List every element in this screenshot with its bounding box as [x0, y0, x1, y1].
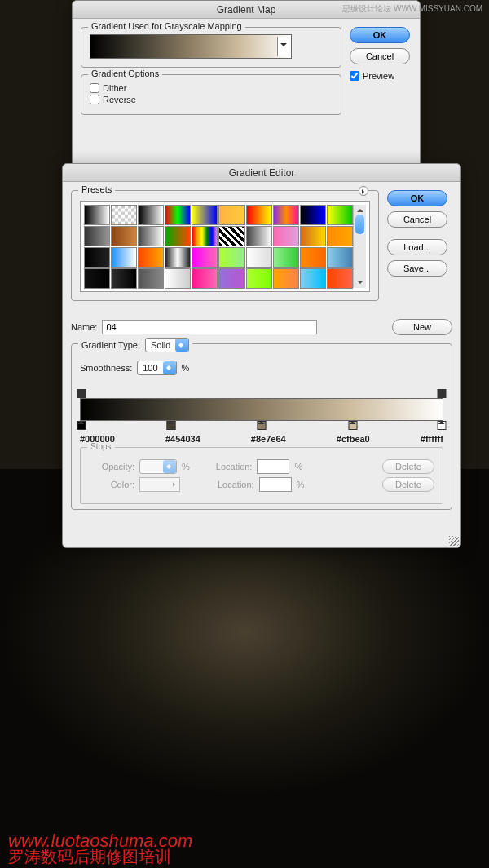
name-input[interactable]	[102, 320, 317, 334]
preset-swatch[interactable]	[192, 268, 218, 289]
preset-grid	[84, 205, 353, 288]
watermark-top: 思缘设计论坛 WWW.MISSYUAN.COM	[342, 3, 482, 15]
resize-grip[interactable]	[449, 536, 459, 546]
preset-swatch[interactable]	[192, 205, 218, 225]
preset-swatch[interactable]	[273, 205, 299, 225]
color-stop[interactable]	[258, 421, 267, 430]
preset-swatch[interactable]	[218, 205, 244, 225]
gradient-editor-title: Gradient Editor	[63, 164, 460, 182]
smoothness-value: 100	[138, 363, 162, 373]
preset-swatch[interactable]	[84, 268, 110, 289]
opacity-stops-track[interactable]	[80, 387, 443, 398]
preset-swatch[interactable]	[84, 226, 110, 246]
location-label: Location:	[216, 462, 253, 472]
stops-legend: Stops	[87, 442, 115, 451]
presets-fieldset: Presets	[71, 190, 379, 301]
preset-swatch[interactable]	[111, 205, 137, 225]
dither-checkbox[interactable]	[90, 83, 99, 93]
reverse-checkbox[interactable]	[90, 95, 99, 104]
preset-swatch[interactable]	[111, 268, 137, 289]
load-button[interactable]: Load...	[387, 239, 447, 255]
preset-swatch[interactable]	[246, 205, 272, 225]
preset-swatch[interactable]	[111, 247, 137, 268]
watermark-cn: 罗涛数码后期修图培训	[8, 846, 171, 868]
preset-swatch[interactable]	[165, 226, 191, 246]
presets-legend: Presets	[78, 184, 115, 194]
presets-scrollbar[interactable]	[353, 205, 366, 288]
preset-swatch[interactable]	[273, 247, 299, 268]
preset-swatch[interactable]	[111, 226, 137, 246]
dither-label: Dither	[103, 83, 126, 93]
gradient-map-dialog: Gradient Map Gradient Used for Grayscale…	[72, 0, 421, 171]
preset-swatch[interactable]	[246, 247, 272, 268]
preview-label: Preview	[363, 71, 394, 81]
preset-swatch[interactable]	[273, 268, 299, 289]
smoothness-input[interactable]: 100	[137, 361, 176, 375]
reverse-label: Reverse	[103, 95, 136, 104]
color-label: Color:	[89, 480, 134, 489]
scroll-down-icon[interactable]	[357, 281, 363, 287]
preset-swatch[interactable]	[327, 226, 353, 246]
preset-swatch[interactable]	[165, 247, 191, 268]
opacity-input	[139, 459, 177, 474]
preset-swatch[interactable]	[218, 226, 244, 246]
type-value: Solid	[146, 340, 175, 350]
preset-swatch[interactable]	[138, 247, 164, 268]
presets-menu-icon[interactable]	[359, 186, 368, 196]
preset-swatch[interactable]	[218, 268, 244, 289]
new-button[interactable]: New	[392, 319, 452, 335]
preset-swatch[interactable]	[246, 226, 272, 246]
preset-swatch[interactable]	[84, 247, 110, 268]
color-stop[interactable]	[166, 421, 175, 430]
options-fieldset: Gradient Options Dither Reverse	[81, 74, 341, 115]
color-stop[interactable]	[437, 421, 446, 430]
preset-swatch[interactable]	[165, 268, 191, 289]
color-stops-track[interactable]	[80, 421, 443, 432]
preset-swatch[interactable]	[84, 205, 110, 225]
name-label: Name:	[71, 322, 97, 332]
preset-swatch[interactable]	[327, 268, 353, 289]
delete-opacity-button: Delete	[382, 459, 434, 474]
preset-swatch[interactable]	[165, 205, 191, 225]
gradient-editor-dialog: Gradient Editor Presets	[62, 163, 461, 548]
preset-swatch[interactable]	[246, 268, 272, 289]
save-button[interactable]: Save...	[387, 260, 447, 277]
scroll-up-icon[interactable]	[357, 206, 363, 212]
mapping-legend: Gradient Used for Grayscale Mapping	[88, 21, 245, 31]
preset-swatch[interactable]	[300, 205, 326, 225]
preset-swatch[interactable]	[327, 247, 353, 268]
ok-button[interactable]: OK	[350, 27, 410, 43]
color-stop[interactable]	[348, 421, 357, 430]
type-label: Gradient Type:	[82, 340, 140, 350]
dropdown-icon	[163, 361, 176, 374]
preset-swatch[interactable]	[300, 268, 326, 289]
preset-swatch[interactable]	[300, 247, 326, 268]
options-legend: Gradient Options	[88, 69, 162, 78]
chevron-down-icon	[280, 43, 287, 50]
preset-swatch[interactable]	[192, 247, 218, 268]
preset-swatch[interactable]	[138, 226, 164, 246]
dropdown-icon	[175, 339, 188, 352]
scroll-thumb[interactable]	[355, 215, 364, 234]
preset-swatch[interactable]	[218, 247, 244, 268]
color-stop[interactable]	[77, 421, 86, 430]
preset-swatch[interactable]	[300, 226, 326, 246]
opacity-stop[interactable]	[437, 389, 446, 398]
preset-swatch[interactable]	[192, 226, 218, 246]
percent-label: %	[182, 363, 190, 373]
gradient-preview-picker[interactable]	[90, 34, 292, 59]
ok-button[interactable]: OK	[387, 190, 447, 206]
cancel-button[interactable]: Cancel	[387, 211, 447, 228]
opacity-stop[interactable]	[77, 389, 86, 398]
color-swatch	[139, 477, 180, 492]
location-label: Location:	[218, 480, 254, 489]
cancel-button[interactable]: Cancel	[350, 48, 410, 64]
stop-hex-labels: #000000 #454034 #8e7e64 #cfbea0 #ffffff	[80, 434, 443, 444]
preset-swatch[interactable]	[138, 268, 164, 289]
preset-swatch[interactable]	[138, 205, 164, 225]
preset-swatch[interactable]	[273, 226, 299, 246]
preview-checkbox[interactable]	[350, 71, 359, 81]
stops-fieldset: Stops Opacity: % Location: % Delete Colo…	[80, 447, 443, 504]
gradient-type-dropdown[interactable]: Solid	[145, 338, 189, 352]
preset-swatch[interactable]	[327, 205, 353, 225]
